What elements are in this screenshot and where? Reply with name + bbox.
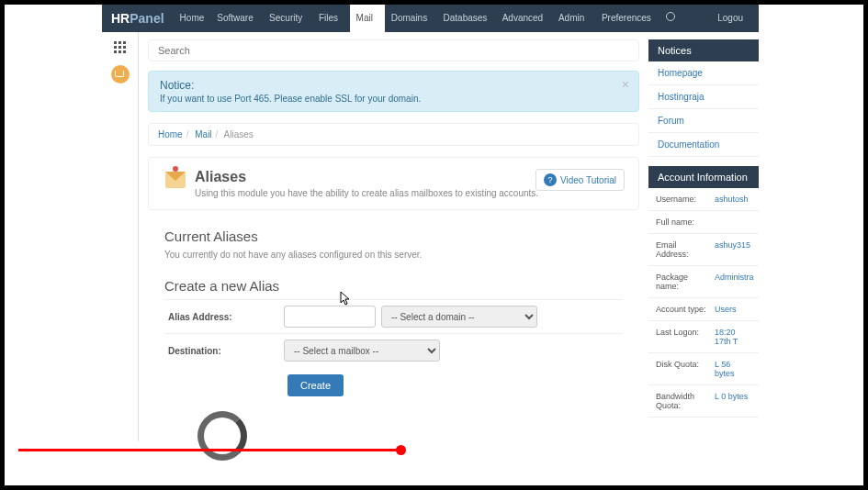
notice-link[interactable]: Forum (648, 109, 759, 133)
account-row: Last Logon:18:20 17th T (648, 321, 759, 353)
apps-grid-icon[interactable] (114, 41, 127, 54)
crumb-current: Aliases (224, 129, 254, 139)
notice-link[interactable]: Homepage (648, 61, 759, 85)
brand-logo: HRPanel (111, 11, 164, 26)
account-key: Last Logon: (656, 328, 711, 346)
account-row: Account type:Users (648, 298, 759, 321)
account-row: Disk Quota:L 56 bytes (648, 353, 759, 385)
account-head: Account Information (648, 166, 759, 188)
account-key: Bandwidth Quota: (656, 392, 711, 410)
breadcrumb: Home/ Mail/ Aliases (148, 123, 639, 146)
account-value[interactable]: L 0 bytes (715, 392, 748, 410)
nav-advanced[interactable]: Advanced (496, 5, 552, 32)
video-progress-bar[interactable] (18, 449, 850, 451)
nav-logout[interactable]: Logou (711, 5, 750, 32)
folder-icon[interactable] (111, 65, 130, 84)
current-title: Current Aliases (164, 228, 623, 244)
account-row: Bandwidth Quota:L 0 bytes (648, 385, 759, 418)
account-key: Full name: (656, 217, 711, 227)
next-button[interactable] (41, 454, 69, 480)
notice-link[interactable]: Documentation (648, 133, 759, 157)
search-input[interactable] (148, 39, 639, 61)
right-sidebar: Notices Homepage Hostingraja Forum Docum… (648, 32, 759, 441)
account-value[interactable]: ashuy315 (715, 240, 750, 259)
settings-button[interactable] (772, 454, 799, 480)
page-subtitle: Using this module you have the ability t… (195, 188, 538, 198)
fullscreen-button[interactable] (827, 454, 854, 480)
account-key: Email Address: (656, 240, 711, 259)
account-row: Email Address:ashuy315 (648, 234, 759, 266)
notices-list: Homepage Hostingraja Forum Documentation (648, 61, 759, 157)
page-header-panel: Aliases Using this module you have the a… (148, 157, 639, 210)
account-key: Package name: (656, 273, 711, 291)
dest-label: Destination: (164, 346, 284, 356)
account-value[interactable]: 18:20 17th T (715, 328, 751, 346)
account-value[interactable]: Administra (715, 273, 754, 291)
theater-button[interactable] (799, 454, 827, 480)
account-row: Username:ashutosh (648, 188, 759, 211)
account-row: Package name:Administra (648, 266, 759, 298)
current-empty: You currently do not have any aliases co… (164, 250, 623, 260)
create-title: Create a new Alias (164, 278, 623, 294)
account-value[interactable]: L 56 bytes (715, 360, 751, 378)
page-title: Aliases (195, 169, 538, 185)
notice-link[interactable]: Hostingraja (648, 85, 759, 109)
crumb-mail[interactable]: Mail (195, 129, 211, 139)
nav-databases[interactable]: Databases (437, 5, 496, 32)
nav-mail[interactable]: Mail (350, 5, 385, 32)
account-value[interactable]: Users (715, 305, 737, 314)
create-button[interactable]: Create (287, 374, 344, 396)
notices-head: Notices (648, 39, 759, 61)
play-button[interactable] (14, 454, 41, 480)
account-row: Full name: (648, 211, 759, 234)
video-controls: 0:58 / 2:07 (14, 454, 854, 480)
video-tutorial-button[interactable]: ? Video Tutorial (535, 169, 625, 191)
close-icon[interactable]: × (622, 77, 629, 92)
current-aliases-section: Current Aliases You currently do not hav… (148, 219, 639, 406)
nav-home[interactable]: Home (174, 5, 211, 32)
account-list: Username:ashutoshFull name:Email Address… (648, 188, 759, 418)
mail-icon (165, 172, 186, 188)
account-key: Username: (656, 195, 711, 204)
crumb-home[interactable]: Home (158, 129, 183, 139)
account-key: Disk Quota: (656, 360, 711, 378)
nav-files[interactable]: Files (312, 5, 350, 32)
volume-button[interactable] (69, 454, 96, 480)
notice-body: If you want to use Port 465. Please enab… (160, 94, 627, 104)
app-window: HRPanel Home Software Security Files Mai… (102, 5, 759, 441)
main-content: Notice: If you want to use Port 465. Ple… (139, 32, 648, 441)
loading-spinner-icon (197, 411, 247, 461)
notice-alert: Notice: If you want to use Port 465. Ple… (148, 71, 639, 112)
row-destination: Destination: -- Select a mailbox -- (164, 333, 623, 367)
account-key: Account type: (656, 305, 711, 314)
user-icon (666, 12, 675, 21)
alias-input[interactable] (284, 306, 376, 328)
nav-domains[interactable]: Domains (385, 5, 437, 32)
alias-label: Alias Address: (164, 312, 284, 322)
help-icon: ? (544, 173, 557, 186)
nav-security[interactable]: Security (263, 5, 312, 32)
nav-admin[interactable]: Admin (552, 5, 595, 32)
notice-title: Notice: (160, 79, 627, 92)
nav-software[interactable]: Software (210, 5, 263, 32)
row-alias-address: Alias Address: -- Select a domain -- (164, 299, 623, 333)
top-nav: HRPanel Home Software Security Files Mai… (102, 5, 759, 32)
video-time: 0:58 / 2:07 (102, 462, 150, 473)
mailbox-select[interactable]: -- Select a mailbox -- (284, 340, 440, 362)
nav-preferences[interactable]: Preferences (595, 5, 659, 32)
domain-select[interactable]: -- Select a domain -- (381, 306, 537, 328)
account-value[interactable]: ashutosh (715, 195, 749, 204)
nav-user[interactable]: Ashutosh (659, 5, 712, 32)
icon-sidebar (102, 32, 139, 441)
